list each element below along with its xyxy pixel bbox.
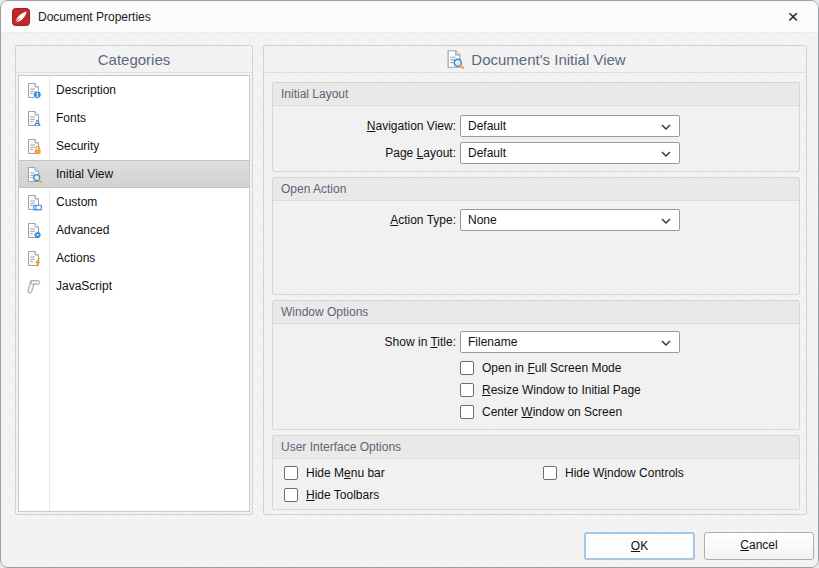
sidebar-item-label: Fonts: [56, 111, 86, 125]
hide-menu-bar-label: Hide Menu bar: [306, 466, 385, 480]
user-interface-options-group: User Interface Options Hide Menu bar Hid…: [272, 435, 800, 510]
doc-font-icon: A: [25, 110, 42, 127]
sidebar-item-label: Description: [56, 83, 116, 97]
show-in-title-value: Filename: [468, 335, 517, 349]
sidebar-item-description[interactable]: i Description: [19, 76, 249, 104]
sidebar-item-actions[interactable]: Actions: [19, 244, 249, 272]
center-window-checkbox[interactable]: [460, 405, 474, 419]
doc-gear-icon: [25, 222, 42, 239]
ok-button[interactable]: OK: [584, 532, 695, 560]
sidebar-item-advanced[interactable]: Advanced: [19, 216, 249, 244]
resize-window-label: Resize Window to Initial Page: [482, 383, 641, 397]
close-button[interactable]: ×: [776, 1, 810, 33]
doc-lightning-icon: [25, 250, 42, 267]
sidebar-item-custom[interactable]: Custom: [19, 188, 249, 216]
initial-layout-title: Initial Layout: [273, 83, 799, 106]
hide-window-controls-label: Hide Window Controls: [565, 466, 684, 480]
hide-menu-bar-checkbox-row[interactable]: Hide Menu bar: [284, 465, 385, 480]
open-full-screen-checkbox-row[interactable]: Open in Full Screen Mode: [460, 360, 621, 375]
sidebar-item-security[interactable]: Security: [19, 132, 249, 160]
doc-info-icon: i: [25, 82, 42, 99]
show-in-title-label: Show in Title:: [273, 331, 456, 353]
window-options-group: Window Options Show in Title: Filename O…: [272, 300, 800, 430]
categories-list: i Description A Fonts: [18, 75, 250, 512]
doc-lock-icon: [25, 138, 42, 155]
doc-magnifier-icon: [25, 166, 42, 183]
navigation-view-value: Default: [468, 119, 506, 133]
doc-field-icon: [25, 194, 42, 211]
document-properties-dialog: Document Properties × Categories i: [0, 0, 819, 568]
chevron-down-icon: [661, 340, 671, 346]
initial-layout-group: Initial Layout Navigation View: Default …: [272, 82, 800, 172]
hide-toolbars-checkbox-row[interactable]: Hide Toolbars: [284, 487, 379, 502]
panel-title: Document's Initial View: [264, 46, 806, 73]
window-options-title: Window Options: [273, 301, 799, 324]
resize-window-checkbox[interactable]: [460, 383, 474, 397]
dialog-body: Categories i Description: [1, 33, 818, 567]
page-layout-value: Default: [468, 146, 506, 160]
open-full-screen-label: Open in Full Screen Mode: [482, 361, 621, 375]
action-type-value: None: [468, 213, 497, 227]
sidebar-item-javascript[interactable]: JavaScript: [19, 272, 249, 300]
action-type-select[interactable]: None: [460, 209, 680, 231]
hide-toolbars-checkbox[interactable]: [284, 488, 298, 502]
titlebar: Document Properties ×: [1, 1, 818, 33]
page-layout-select[interactable]: Default: [460, 142, 680, 164]
user-interface-options-title: User Interface Options: [273, 436, 799, 459]
categories-header: Categories: [16, 46, 252, 73]
sidebar-item-label: Advanced: [56, 223, 109, 237]
hide-window-controls-checkbox-row[interactable]: Hide Window Controls: [543, 465, 684, 480]
app-logo-icon: [12, 8, 30, 26]
svg-text:i: i: [36, 90, 38, 99]
window-title: Document Properties: [38, 10, 151, 24]
navigation-view-select[interactable]: Default: [460, 115, 680, 137]
categories-panel: Categories i Description: [15, 45, 253, 515]
cancel-button[interactable]: Cancel: [704, 532, 814, 560]
center-window-checkbox-row[interactable]: Center Window on Screen: [460, 404, 622, 419]
chevron-down-icon: [661, 218, 671, 224]
svg-text:A: A: [34, 117, 41, 127]
sidebar-item-label: Initial View: [56, 167, 113, 181]
panel-title-label: Document's Initial View: [471, 51, 625, 68]
open-action-title: Open Action: [273, 178, 799, 201]
hide-menu-bar-checkbox[interactable]: [284, 466, 298, 480]
chevron-down-icon: [661, 124, 671, 130]
sidebar-item-label: JavaScript: [56, 279, 112, 293]
chevron-down-icon: [661, 151, 671, 157]
page-layout-label: Page Layout:: [273, 142, 456, 164]
sidebar-item-label: Security: [56, 139, 99, 153]
sidebar-item-label: Custom: [56, 195, 97, 209]
open-full-screen-checkbox[interactable]: [460, 361, 474, 375]
open-action-group: Open Action Action Type: None: [272, 177, 800, 295]
doc-magnifier-icon: [444, 49, 464, 69]
initial-view-panel: Document's Initial View Initial Layout N…: [263, 45, 807, 515]
hide-window-controls-checkbox[interactable]: [543, 466, 557, 480]
hide-toolbars-label: Hide Toolbars: [306, 488, 379, 502]
sidebar-item-initial-view[interactable]: Initial View: [19, 160, 249, 188]
scroll-icon: [25, 278, 42, 295]
show-in-title-select[interactable]: Filename: [460, 331, 680, 353]
action-type-label: Action Type:: [273, 209, 456, 231]
sidebar-item-label: Actions: [56, 251, 95, 265]
center-window-label: Center Window on Screen: [482, 405, 622, 419]
resize-window-checkbox-row[interactable]: Resize Window to Initial Page: [460, 382, 641, 397]
navigation-view-label: Navigation View:: [273, 115, 456, 137]
sidebar-item-fonts[interactable]: A Fonts: [19, 104, 249, 132]
